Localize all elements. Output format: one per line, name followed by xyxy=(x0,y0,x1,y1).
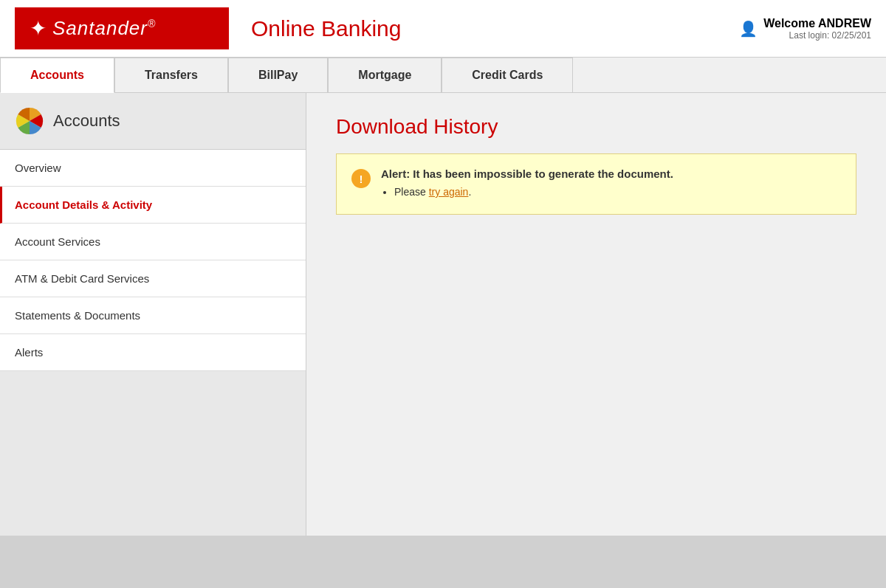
right-content: Download History ! Alert: It has been im… xyxy=(306,93,886,536)
header: ✦ Santander® Online Banking 👤 Welcome AN… xyxy=(0,0,886,58)
sidebar: Accounts Overview Account Details & Acti… xyxy=(0,93,306,536)
user-avatar-icon: 👤 xyxy=(739,20,758,38)
alert-list: Please try again. xyxy=(381,186,673,198)
alert-title: Alert: It has been impossible to generat… xyxy=(381,167,673,180)
tab-transfers[interactable]: Transfers xyxy=(114,58,228,92)
user-info: 👤 Welcome ANDREW Last login: 02/25/201 xyxy=(739,17,871,41)
last-login: Last login: 02/25/201 xyxy=(763,30,871,41)
alert-message-prefix: Please xyxy=(394,186,429,198)
alert-list-item: Please try again. xyxy=(394,186,673,198)
sidebar-item-account-details[interactable]: Account Details & Activity xyxy=(0,187,306,224)
sidebar-item-statements[interactable]: Statements & Documents xyxy=(0,297,306,334)
main-content: Accounts Overview Account Details & Acti… xyxy=(0,93,886,536)
sidebar-item-alerts[interactable]: Alerts xyxy=(0,334,306,371)
sidebar-header: Accounts xyxy=(0,93,306,149)
alert-message-suffix: . xyxy=(468,186,471,198)
tab-billpay[interactable]: BillPay xyxy=(228,58,328,92)
nav-tabs: Accounts Transfers BillPay Mortgage Cred… xyxy=(0,58,886,93)
sidebar-item-overview[interactable]: Overview xyxy=(0,150,306,187)
sidebar-item-account-services[interactable]: Account Services xyxy=(0,224,306,260)
download-history-title: Download History xyxy=(336,115,856,139)
sidebar-menu: Overview Account Details & Activity Acco… xyxy=(0,149,306,371)
user-name: Welcome ANDREW xyxy=(763,17,871,30)
tab-credit-cards[interactable]: Credit Cards xyxy=(442,58,573,92)
page-title: Online Banking xyxy=(251,16,739,41)
logo: ✦ Santander® xyxy=(15,7,229,49)
logo-flame-icon: ✦ xyxy=(30,16,47,41)
alert-box: ! Alert: It has been impossible to gener… xyxy=(336,153,856,215)
alert-icon: ! xyxy=(351,169,371,188)
tab-accounts[interactable]: Accounts xyxy=(0,58,114,93)
sidebar-title: Accounts xyxy=(53,111,120,131)
alert-content: Alert: It has been impossible to generat… xyxy=(381,167,673,201)
pie-chart-icon xyxy=(15,106,44,136)
tab-mortgage[interactable]: Mortgage xyxy=(328,58,442,92)
try-again-link[interactable]: try again xyxy=(429,186,469,198)
logo-text: Santander® xyxy=(52,17,156,40)
sidebar-item-atm-debit[interactable]: ATM & Debit Card Services xyxy=(0,260,306,297)
